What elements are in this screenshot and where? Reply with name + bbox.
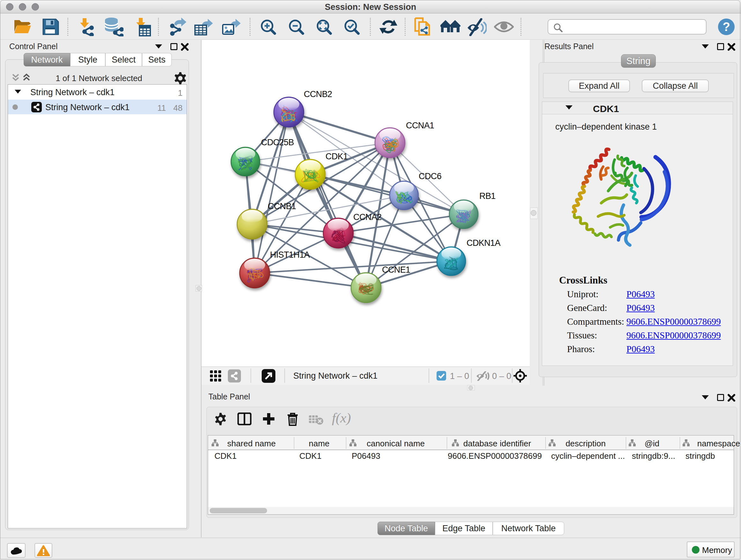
svg-text:CDKN1A: CDKN1A	[467, 238, 501, 248]
svg-text:CCNA1: CCNA1	[406, 121, 434, 130]
svg-text:CCNE1: CCNE1	[382, 265, 410, 274]
svg-text:CDK1: CDK1	[326, 152, 348, 161]
svg-text:CDC25B: CDC25B	[261, 138, 294, 147]
svg-text:RB1: RB1	[479, 191, 495, 201]
svg-text:CCNA2: CCNA2	[353, 212, 382, 222]
svg-text:CDC6: CDC6	[419, 172, 441, 181]
svg-text:CCNB1: CCNB1	[268, 201, 296, 211]
svg-text:HIST1H1A: HIST1H1A	[270, 250, 310, 260]
svg-text:CCNB2: CCNB2	[304, 89, 332, 99]
